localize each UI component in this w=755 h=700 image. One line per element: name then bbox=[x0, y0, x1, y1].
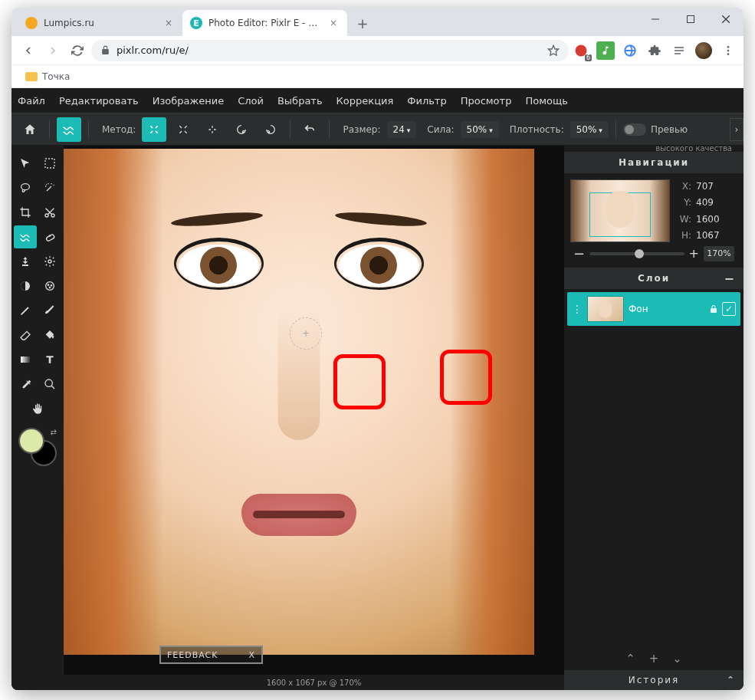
layer-down-icon[interactable]: ⌄ bbox=[672, 652, 682, 665]
svg-point-7 bbox=[727, 46, 730, 48]
visibility-icon[interactable]: ✓ bbox=[722, 302, 736, 316]
zoom-out-button[interactable]: − bbox=[573, 245, 585, 261]
menu-view[interactable]: Просмотр bbox=[461, 95, 512, 107]
tool-hand[interactable] bbox=[26, 397, 49, 420]
zoom-slider[interactable] bbox=[589, 252, 684, 255]
extension-globe-icon[interactable] bbox=[621, 41, 639, 60]
tool-eyedropper[interactable] bbox=[14, 373, 37, 396]
svg-point-18 bbox=[46, 282, 54, 291]
canvas[interactable]: + FEEDBACK X bbox=[64, 149, 564, 672]
tool-marquee[interactable] bbox=[38, 152, 61, 175]
color-wells[interactable]: ⇄ bbox=[18, 428, 57, 466]
extensions-icon[interactable] bbox=[645, 41, 664, 60]
tab-title: Lumpics.ru bbox=[44, 18, 156, 28]
url-field[interactable]: pixlr.com/ru/e/ bbox=[91, 40, 569, 61]
method-enlarge-icon[interactable] bbox=[142, 117, 166, 142]
tool-clone[interactable] bbox=[14, 250, 37, 273]
lock-icon[interactable] bbox=[707, 302, 721, 316]
tool-sponge[interactable] bbox=[38, 274, 61, 297]
coord-x-label: X: bbox=[676, 181, 691, 192]
chrome-menu-icon[interactable] bbox=[719, 41, 737, 60]
feedback-close[interactable]: X bbox=[248, 650, 255, 660]
tool-gear[interactable] bbox=[38, 250, 61, 273]
new-tab-button[interactable]: + bbox=[352, 12, 373, 34]
extension-music-icon[interactable] bbox=[596, 41, 615, 60]
profile-avatar[interactable] bbox=[694, 41, 713, 60]
menu-filter[interactable]: Фильтр bbox=[407, 95, 446, 107]
tab-pixlr[interactable]: E Photo Editor: Pixlr E - бесплатн × bbox=[182, 10, 347, 36]
feedback-button[interactable]: FEEDBACK X bbox=[159, 646, 263, 664]
tool-crop[interactable] bbox=[14, 201, 37, 224]
menu-select[interactable]: Выбрать bbox=[277, 95, 323, 107]
reload-button[interactable] bbox=[67, 40, 88, 61]
liquify-tool-icon[interactable] bbox=[57, 117, 81, 142]
size-label: Размер: bbox=[343, 124, 380, 135]
method-shrink-icon[interactable] bbox=[171, 117, 195, 142]
add-layer-icon[interactable]: + bbox=[649, 652, 659, 665]
tool-eraser[interactable] bbox=[14, 324, 37, 347]
favicon-lumpics bbox=[25, 17, 38, 29]
tab-lumpics[interactable]: Lumpics.ru × bbox=[18, 10, 182, 36]
menu-adjustment[interactable]: Коррекция bbox=[336, 95, 394, 107]
home-icon[interactable] bbox=[18, 117, 42, 142]
tool-lasso[interactable] bbox=[14, 176, 37, 199]
minimize-button[interactable] bbox=[638, 8, 673, 31]
density-value[interactable]: 50% bbox=[570, 121, 609, 138]
tool-pen[interactable] bbox=[14, 299, 37, 322]
tool-dodge[interactable] bbox=[14, 274, 37, 297]
history-header[interactable]: История ⌃ bbox=[564, 670, 744, 690]
close-icon[interactable]: × bbox=[327, 17, 340, 29]
zoom-value[interactable]: 170% bbox=[704, 246, 734, 261]
zoom-in-button[interactable]: + bbox=[689, 246, 699, 261]
coord-w-label: W: bbox=[676, 214, 691, 225]
tool-heal[interactable] bbox=[38, 225, 61, 248]
strength-value[interactable]: 50% bbox=[461, 121, 499, 138]
maximize-button[interactable] bbox=[673, 8, 708, 31]
method-pinch-icon[interactable] bbox=[200, 117, 225, 142]
tool-zoom[interactable] bbox=[38, 373, 61, 396]
tool-fill[interactable] bbox=[38, 324, 61, 347]
layer-thumbnail bbox=[587, 296, 624, 322]
reading-list-icon[interactable] bbox=[670, 41, 688, 60]
tool-move[interactable] bbox=[14, 152, 37, 175]
layer-actions: ⌃ + ⌄ bbox=[564, 647, 744, 670]
tool-wand[interactable] bbox=[38, 176, 61, 199]
menu-edit[interactable]: Редактировать bbox=[59, 95, 139, 107]
undo-icon[interactable] bbox=[297, 117, 322, 142]
menu-help[interactable]: Помощь bbox=[525, 95, 567, 107]
address-bar: pixlr.com/ru/e/ 6 bbox=[11, 36, 744, 65]
tool-liquify[interactable] bbox=[14, 225, 37, 248]
toolbar-more-button[interactable]: › bbox=[730, 118, 744, 141]
swap-colors-icon[interactable]: ⇄ bbox=[51, 428, 57, 436]
expand-icon[interactable]: ⌃ bbox=[727, 675, 736, 685]
coord-h-label: H: bbox=[676, 230, 691, 241]
tool-cut[interactable] bbox=[38, 201, 61, 224]
bookmarks-bar: Точка bbox=[11, 65, 744, 88]
preview-toggle[interactable] bbox=[623, 123, 646, 136]
extension-adblock-icon[interactable]: 6 bbox=[572, 41, 590, 60]
close-window-button[interactable] bbox=[708, 8, 744, 31]
method-twirl-right-icon[interactable] bbox=[229, 117, 254, 142]
bookmark-tochka[interactable]: Точка bbox=[21, 69, 74, 84]
preview-label: Превью bbox=[651, 124, 688, 135]
close-icon[interactable]: × bbox=[162, 17, 175, 29]
navigator-title: Навигации bbox=[619, 157, 689, 168]
tool-gradient[interactable] bbox=[14, 348, 37, 371]
menu-file[interactable]: Файл bbox=[18, 95, 45, 107]
foreground-color[interactable] bbox=[18, 428, 44, 454]
layer-up-icon[interactable]: ⌃ bbox=[625, 652, 635, 665]
tool-text[interactable] bbox=[38, 348, 61, 371]
layer-row[interactable]: ⋮ Фон ✓ bbox=[567, 292, 740, 326]
size-value[interactable]: 24 bbox=[387, 121, 417, 138]
drag-handle-icon[interactable]: ⋮ bbox=[572, 303, 583, 315]
collapse-icon[interactable]: − bbox=[724, 271, 736, 286]
navigator-thumbnail[interactable] bbox=[570, 179, 670, 242]
back-button[interactable] bbox=[18, 40, 39, 61]
svg-point-8 bbox=[727, 49, 730, 51]
star-icon[interactable] bbox=[547, 44, 560, 57]
menu-layer[interactable]: Слой bbox=[238, 95, 264, 107]
menu-image[interactable]: Изображение bbox=[153, 95, 224, 107]
tool-brush[interactable] bbox=[38, 299, 61, 322]
method-twirl-left-icon[interactable] bbox=[258, 117, 283, 142]
svg-point-16 bbox=[48, 260, 51, 263]
